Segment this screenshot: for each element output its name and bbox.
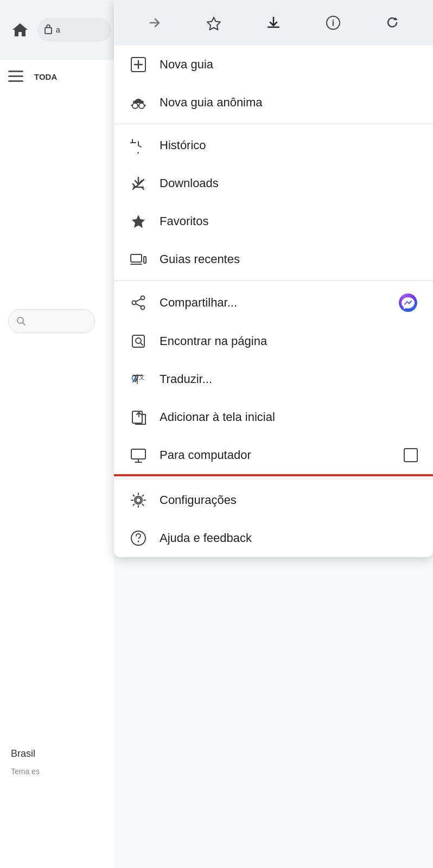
tema-label: Tema es (11, 767, 40, 776)
svg-rect-36 (132, 411, 142, 423)
help-icon (129, 529, 148, 547)
left-content: TODA (0, 60, 114, 868)
svg-rect-1 (8, 75, 23, 77)
info-button[interactable]: i (320, 10, 346, 36)
address-bar[interactable]: a (37, 18, 111, 42)
menu-action-bar: i (114, 0, 433, 46)
svg-point-12 (132, 103, 138, 108)
forward-button[interactable] (142, 10, 168, 36)
settings-icon (129, 491, 148, 509)
translate-icon: G 文 (129, 370, 148, 388)
browser-menu: i Nova guia (114, 0, 433, 557)
menu-item-guias-recentes[interactable]: Guias recentes (114, 240, 433, 278)
compartilhar-label: Compartilhar... (160, 296, 386, 310)
new-tab-icon (129, 55, 148, 74)
menu-item-ajuda[interactable]: Ajuda e feedback (114, 519, 433, 557)
favorites-icon (129, 212, 148, 231)
nova-guia-label: Nova guia (160, 58, 418, 72)
search-bar[interactable] (8, 309, 95, 333)
divider-1 (114, 124, 433, 124)
adicionar-tela-label: Adicionar à tela inicial (160, 410, 418, 424)
menu-item-nova-guia[interactable]: Nova guia (114, 46, 433, 84)
svg-rect-37 (131, 449, 145, 459)
refresh-button[interactable] (379, 10, 405, 36)
svg-line-32 (141, 343, 143, 345)
browser-bar: a (0, 0, 119, 60)
menu-item-compartilhar[interactable]: Compartilhar... (114, 283, 433, 322)
divider-3 (114, 478, 433, 479)
downloads-label: Downloads (160, 176, 418, 190)
guias-recentes-label: Guias recentes (160, 252, 418, 266)
svg-rect-3 (45, 28, 52, 34)
ajuda-label: Ajuda e feedback (160, 531, 418, 545)
menu-item-nova-guia-anonima[interactable]: Nova guia anônima (114, 84, 433, 122)
svg-rect-2 (8, 80, 23, 82)
svg-line-15 (131, 105, 132, 106)
svg-rect-22 (144, 257, 146, 263)
favoritos-label: Favoritos (160, 214, 418, 228)
encontrar-label: Encontrar na página (160, 334, 418, 348)
svg-point-40 (136, 498, 141, 503)
svg-line-28 (136, 304, 141, 307)
para-computador-checkbox[interactable] (404, 448, 418, 462)
traduzir-label: Traduzir... (160, 372, 418, 386)
svg-point-13 (139, 103, 144, 108)
divider-2 (114, 280, 433, 281)
desktop-icon (129, 446, 148, 464)
para-computador-label: Para computador (160, 448, 392, 462)
messenger-badge (398, 293, 418, 312)
svg-point-43 (138, 541, 139, 542)
hamburger-area: TODA (8, 71, 106, 82)
download-toolbar-button[interactable] (260, 10, 286, 36)
svg-rect-0 (8, 71, 23, 72)
hamburger-icon[interactable] (8, 71, 23, 82)
menu-item-para-computador[interactable]: Para computador (114, 436, 433, 474)
menu-item-downloads[interactable]: Downloads (114, 164, 433, 202)
svg-line-16 (144, 105, 145, 106)
brasil-label: Brasil (11, 748, 35, 760)
svg-text:i: i (332, 18, 334, 28)
address-text: a (56, 25, 60, 34)
svg-rect-21 (131, 254, 142, 262)
historico-label: Histórico (160, 138, 418, 152)
downloads-icon (129, 174, 148, 193)
configuracoes-label: Configurações (160, 493, 418, 507)
history-icon (129, 136, 148, 155)
svg-marker-20 (132, 215, 145, 228)
nova-guia-anonima-label: Nova guia anônima (160, 95, 418, 110)
share-icon (129, 293, 148, 312)
menu-item-historico[interactable]: Histórico (114, 126, 433, 164)
bookmark-button[interactable] (201, 10, 227, 36)
find-icon (129, 332, 148, 350)
menu-item-favoritos[interactable]: Favoritos (114, 202, 433, 240)
svg-line-18 (138, 145, 141, 147)
add-to-home-icon (129, 408, 148, 426)
red-separator (114, 474, 433, 476)
menu-item-configuracoes[interactable]: Configurações (114, 481, 433, 519)
svg-marker-4 (207, 17, 220, 30)
menu-item-adicionar-tela[interactable]: Adicionar à tela inicial (114, 398, 433, 436)
menu-item-traduzir[interactable]: G 文 Traduzir... (114, 360, 433, 398)
home-button[interactable] (8, 18, 32, 42)
incognito-icon (129, 93, 148, 112)
menu-item-encontrar[interactable]: Encontrar na página (114, 322, 433, 360)
search-icon (16, 316, 26, 326)
recent-tabs-icon (129, 250, 148, 269)
svg-text:文: 文 (139, 374, 145, 380)
svg-line-27 (136, 299, 141, 302)
toda-label: TODA (34, 72, 57, 81)
svg-line-45 (23, 323, 25, 325)
